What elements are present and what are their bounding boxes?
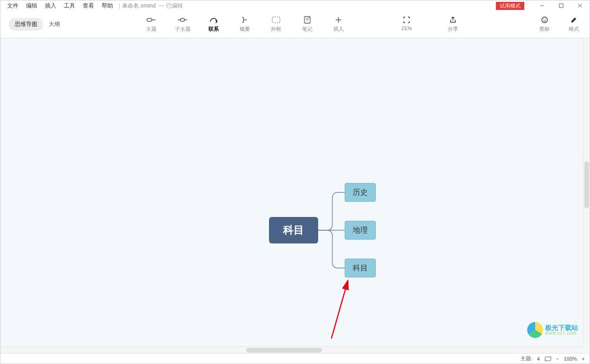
tab-mindmap[interactable]: 思维导图 [9,18,43,31]
window-maximize-button[interactable] [552,0,571,11]
summary-label: 概要 [240,26,250,33]
note-label: 笔记 [302,26,312,33]
subtopic-label: 子主题 [175,26,191,33]
zoom-in-button[interactable]: + [582,356,585,362]
document-title: 未命名.xmind [122,2,156,10]
share-icon [448,16,458,24]
insert-label: 插入 [333,26,344,33]
topic-count-label: 主题: [521,355,532,362]
note-icon [303,16,312,24]
menu-view[interactable]: 查看 [79,1,98,11]
window-close-button[interactable] [571,0,590,11]
topic-label: 主题 [146,26,156,33]
svg-point-15 [542,17,547,23]
child-topic-3[interactable]: 科目 [345,259,376,277]
svg-line-18 [331,280,348,338]
menu-edit[interactable]: 编辑 [22,1,41,11]
toolbar-share-button[interactable]: 分享 [444,16,462,33]
svg-rect-7 [181,18,184,21]
boundary-label: 外框 [271,26,281,33]
zoom-level[interactable]: 100% [564,356,577,362]
relationship-icon [209,16,218,24]
menu-insert[interactable]: 插入 [41,1,60,11]
zen-label: ZEN [401,26,412,31]
summary-icon [240,16,250,24]
relationship-label: 联系 [208,26,219,33]
svg-rect-1 [559,4,563,8]
subtopic-icon [178,16,187,24]
toolbar: 思维导图 大纲 主题 子主题 联系 概要 外框 [0,11,590,38]
statusbar: 主题: 4 − 100% + [0,353,590,364]
window-minimize-button[interactable] [533,0,552,11]
toolbar-subtopic-button[interactable]: 子主题 [174,16,191,33]
watermark-text-1: 极光下载站 [545,324,578,331]
tab-outline[interactable]: 大纲 [43,18,66,31]
watermark-text-2: www.xz7.com [545,331,578,336]
child-topic-1[interactable]: 历史 [345,183,376,202]
horizontal-scrollbar-thumb[interactable] [246,348,322,353]
view-tabs: 思维导图 大纲 [9,18,66,31]
vertical-scrollbar[interactable] [583,38,590,347]
toolbar-summary-button[interactable]: 概要 [236,16,254,33]
watermark-logo-icon [527,322,543,338]
watermark: 极光下载站 www.xz7.com [527,322,578,338]
toolbar-note-button[interactable]: 笔记 [298,16,316,33]
toolbar-insert-button[interactable]: 插入 [330,16,347,33]
icons-label: 图标 [539,26,550,33]
window-controls: 试用模式 [496,0,590,11]
horizontal-scrollbar[interactable] [0,347,583,353]
child-topic-2[interactable]: 地理 [345,221,376,240]
svg-point-17 [545,19,546,20]
minimap-button[interactable] [545,356,551,362]
format-label: 格式 [569,26,579,33]
toolbar-topic-button[interactable]: 主题 [142,16,160,33]
svg-rect-4 [147,18,152,21]
separator: | [119,2,120,9]
insert-icon [334,16,343,24]
toolbar-format-button[interactable]: 格式 [565,16,583,33]
topic-icon [147,16,156,24]
document-state: — 已编辑 [158,2,182,10]
trial-badge: 试用模式 [496,2,524,10]
toolbar-boundary-button[interactable]: 外框 [267,16,285,33]
zoom-out-button[interactable]: − [556,356,559,362]
menu-tools[interactable]: 工具 [60,1,79,11]
minimap-icon [545,356,551,362]
toolbar-zen-button[interactable]: ZEN [398,16,416,33]
topic-count-value: 4 [537,356,540,362]
svg-rect-9 [272,17,280,23]
share-label: 分享 [448,26,458,33]
connector-lines [0,38,584,355]
menu-help[interactable]: 帮助 [98,1,117,11]
svg-point-16 [543,19,544,20]
boundary-icon [271,16,281,24]
canvas-area[interactable]: 科目 历史 地理 科目 极光下载站 www.xz7.com [0,38,590,353]
zen-icon [402,16,411,24]
annotation-arrow [0,38,584,355]
menubar: 文件 编辑 插入 工具 查看 帮助 | 未命名.xmind — 已编辑 试用模式 [0,0,590,11]
smiley-icon [540,16,549,24]
menu-file[interactable]: 文件 [3,1,22,11]
toolbar-icons-button[interactable]: 图标 [536,16,554,33]
format-icon [569,16,579,24]
central-topic[interactable]: 科目 [269,217,318,243]
toolbar-relationship-button[interactable]: 联系 [205,16,223,33]
vertical-scrollbar-thumb[interactable] [584,161,589,208]
